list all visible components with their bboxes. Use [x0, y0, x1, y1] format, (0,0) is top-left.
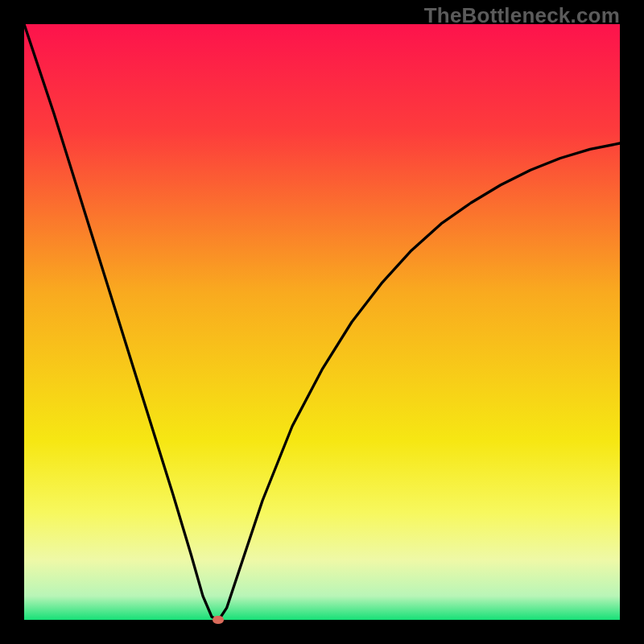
bottleneck-curve: [24, 24, 620, 620]
watermark-text: TheBottleneck.com: [424, 3, 620, 28]
plot-gradient-area: [24, 24, 620, 620]
minimum-marker: [213, 616, 224, 624]
curve-path: [24, 24, 620, 620]
chart-frame: TheBottleneck.com: [0, 0, 644, 644]
